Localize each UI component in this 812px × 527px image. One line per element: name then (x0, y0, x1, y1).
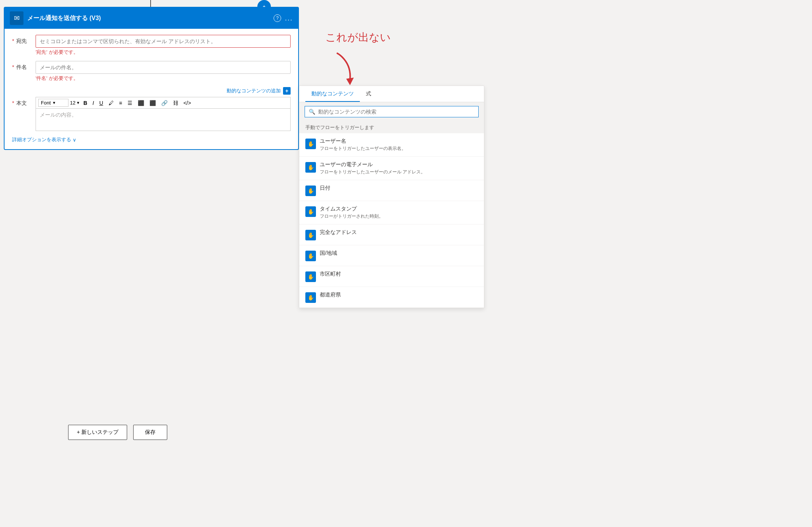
add-dynamic-link[interactable]: 動的なコンテンツの追加 (227, 87, 281, 94)
list-item[interactable]: ✋ ユーザーの電子メール フローをトリガーしたユーザーのメール アドレス。 (299, 157, 484, 180)
item-icon-city: ✋ (305, 271, 316, 282)
bold-button[interactable]: B (81, 99, 89, 107)
item-icon-timestamp: ✋ (305, 206, 316, 217)
list-item[interactable]: ✋ 国/地域 (299, 245, 484, 266)
body-label: * 本文 (12, 97, 31, 107)
list-item[interactable]: ✋ 日付 (299, 180, 484, 201)
to-error: '宛先' が必要です。 (36, 49, 291, 56)
item-icon-email: ✋ (305, 162, 316, 173)
item-icon-address: ✋ (305, 230, 316, 240)
mail-icon: ✉ (10, 11, 23, 25)
body-field-col: Font ▼ 12 ▼ B I U 🖊 ≡ ☰ ⬛ ⬛ 🔗 (36, 97, 291, 131)
search-icon: 🔍 (309, 109, 315, 115)
align-left-button[interactable]: ⬛ (136, 99, 146, 107)
body-toolbar: Font ▼ 12 ▼ B I U 🖊 ≡ ☰ ⬛ ⬛ 🔗 (36, 97, 291, 108)
subject-field-row: * 件名 '件名' が必要です。 (12, 61, 291, 82)
list-item[interactable]: ✋ ユーザー名 フローをトリガーしたユーザーの表示名。 (299, 133, 484, 157)
help-button[interactable]: ? (274, 14, 281, 22)
list-item[interactable]: ✋ タイムスタンプ フローがトリガーされた時刻。 (299, 201, 484, 225)
body-field-row: * 本文 Font ▼ 12 ▼ B I U 🖊 ≡ (12, 97, 291, 131)
add-dynamic-row: 動的なコンテンツの追加 + (12, 87, 291, 95)
tab-dynamic-content[interactable]: 動的なコンテンツ (305, 86, 360, 102)
card-body: * 宛先 '宛先' が必要です。 * 件名 '件名' が必要です。 動的なコンテ… (5, 29, 298, 149)
item-content-timestamp: タイムスタンプ フローがトリガーされた時刻。 (320, 206, 478, 220)
header-left: ✉ メール通知を送信する (V3) (10, 11, 101, 25)
subject-field-col: '件名' が必要です。 (36, 61, 291, 82)
to-label: * 宛先 (12, 35, 31, 45)
highlight-button[interactable]: 🖊 (107, 99, 116, 107)
code-button[interactable]: </> (182, 99, 193, 107)
more-options-button[interactable]: ... (285, 14, 293, 22)
to-field-col: '宛先' が必要です。 (36, 35, 291, 56)
annotation: これが出ない (325, 30, 391, 45)
header-right: ? ... (274, 14, 293, 22)
search-input-wrap: 🔍 (305, 106, 479, 117)
font-size-dropdown[interactable]: 12 ▼ (70, 100, 80, 106)
unlink-button[interactable]: ⛓ (171, 99, 180, 107)
dynamic-search-input[interactable] (318, 109, 474, 115)
subject-label: * 件名 (12, 61, 31, 71)
item-content-date: 日付 (320, 185, 478, 192)
body-content-area[interactable]: メールの内容。 (36, 108, 291, 131)
bullet-list-button[interactable]: ≡ (117, 99, 124, 107)
annotation-text: これが出ない (325, 30, 391, 45)
subject-error: '件名' が必要です。 (36, 75, 291, 82)
list-item[interactable]: ✋ 市区町村 (299, 266, 484, 287)
item-icon-country: ✋ (305, 251, 316, 261)
card-header: ✉ メール通知を送信する (V3) ? ... (5, 8, 298, 29)
card-title: メール通知を送信する (V3) (27, 14, 101, 22)
item-content-username: ユーザー名 フローをトリガーしたユーザーの表示名。 (320, 138, 478, 152)
link-button[interactable]: 🔗 (159, 99, 170, 107)
required-star-subject: * (12, 64, 14, 70)
item-icon-date: ✋ (305, 186, 316, 196)
annotation-arrow (329, 49, 359, 89)
chevron-down-icon-size: ▼ (76, 101, 80, 105)
dynamic-content-panel: 動的なコンテンツ 式 🔍 手動でフローをトリガーします ✋ ユーザー名 フローを… (299, 86, 484, 308)
item-content-country: 国/地域 (320, 250, 478, 257)
align-right-button[interactable]: ⬛ (148, 99, 158, 107)
add-dynamic-button[interactable]: + (283, 87, 291, 95)
chevron-down-icon-advanced: ∨ (73, 137, 76, 143)
item-content-prefecture: 都道府県 (320, 292, 478, 299)
section-label: 手動でフローをトリガーします (299, 121, 484, 133)
list-item[interactable]: ✋ 都道府県 (299, 287, 484, 308)
underline-button[interactable]: U (97, 99, 105, 107)
email-action-card: ✉ メール通知を送信する (V3) ? ... * 宛先 '宛先' が必要です。 (4, 7, 299, 150)
subject-input[interactable] (36, 61, 291, 74)
numbered-list-button[interactable]: ☰ (126, 99, 134, 107)
italic-button[interactable]: I (91, 99, 96, 107)
tab-expression[interactable]: 式 (360, 86, 377, 102)
bottom-buttons: + 新しいステップ 保存 (68, 425, 167, 440)
item-icon-username: ✋ (305, 139, 316, 149)
item-content-city: 市区町村 (320, 271, 478, 278)
item-icon-prefecture: ✋ (305, 292, 316, 303)
save-button[interactable]: 保存 (133, 425, 167, 440)
chevron-down-icon: ▼ (52, 101, 56, 105)
list-item[interactable]: ✋ 完全なアドレス (299, 225, 484, 245)
required-star-body: * (12, 100, 14, 106)
dynamic-panel-tabs: 動的なコンテンツ 式 (299, 86, 484, 102)
item-content-email: ユーザーの電子メール フローをトリガーしたユーザーのメール アドレス。 (320, 161, 478, 175)
to-input[interactable] (36, 35, 291, 48)
show-advanced-toggle[interactable]: 詳細オプションを表示する ∨ (12, 136, 291, 143)
svg-marker-0 (346, 78, 354, 85)
new-step-button[interactable]: + 新しいステップ (68, 425, 127, 440)
to-field-row: * 宛先 '宛先' が必要です。 (12, 35, 291, 56)
dynamic-search-box: 🔍 (299, 102, 484, 121)
required-star-to: * (12, 38, 14, 44)
item-content-address: 完全なアドレス (320, 229, 478, 237)
font-dropdown[interactable]: Font ▼ (38, 99, 68, 107)
